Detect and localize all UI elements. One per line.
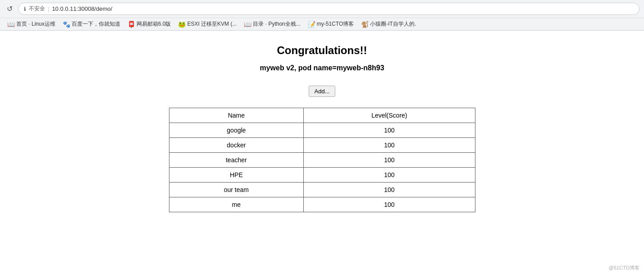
bookmark-item[interactable]: 📖目录 · Python全栈... [241, 19, 303, 29]
bookmark-icon: 📝 [308, 21, 315, 28]
nav-icons: ↺ [5, 4, 14, 14]
bookmark-icon: 📮 [128, 21, 135, 28]
bookmark-item[interactable]: 🐸ESXI 迁移至KVM (... [175, 19, 239, 29]
security-icon: ℹ [24, 6, 26, 12]
separator: | [48, 5, 49, 12]
table-cell-score: 100 [304, 183, 475, 197]
page-content: Congratulations!! myweb v2, pod name=myw… [0, 31, 644, 269]
bookmark-item[interactable]: 🐾百度一下，你就知道 [60, 19, 123, 29]
bookmark-icon: 🐾 [63, 21, 70, 28]
address-bar[interactable]: ℹ 不安全 | 10.0.0.11:30008/demo/ [18, 3, 639, 15]
browser-toolbar: ↺ ℹ 不安全 | 10.0.0.11:30008/demo/ [0, 0, 644, 18]
bookmark-label: 百度一下，你就知道 [72, 20, 120, 28]
table-cell-score: 100 [304, 123, 475, 138]
bookmark-icon: 🐸 [178, 21, 186, 28]
table-cell-name: teacher [169, 153, 304, 168]
table-header-row: Name Level(Score) [169, 108, 475, 123]
table-cell-score: 100 [304, 138, 475, 153]
table-row: our team100 [169, 183, 475, 197]
table-row: me100 [169, 197, 475, 212]
table-cell-name: google [169, 123, 304, 138]
url-text: 10.0.0.11:30008/demo/ [52, 5, 112, 12]
bookmarks-bar: 📖首页 · Linux运维🐾百度一下，你就知道📮网易邮箱6.0版🐸ESXI 迁移… [0, 18, 644, 30]
table-cell-score: 100 [304, 168, 475, 183]
bookmark-item[interactable]: 📮网易邮箱6.0版 [125, 19, 174, 29]
page-subtitle: myweb v2, pod name=myweb-n8h93 [260, 64, 384, 72]
col-score-header: Level(Score) [304, 108, 475, 123]
reload-button[interactable]: ↺ [5, 4, 14, 14]
page-title: Congratulations!! [277, 44, 367, 57]
bookmark-item[interactable]: 🐒小猿圈-IT自学人的. [358, 19, 419, 29]
table-cell-score: 100 [304, 197, 475, 212]
table-row: google100 [169, 123, 475, 138]
bookmark-item[interactable]: 📖首页 · Linux运维 [5, 19, 58, 29]
bookmark-icon: 📖 [7, 21, 15, 28]
table-cell-score: 100 [304, 153, 475, 168]
bookmark-icon: 📖 [244, 21, 251, 28]
bookmark-label: 目录 · Python全栈... [253, 20, 300, 28]
browser-chrome: ↺ ℹ 不安全 | 10.0.0.11:30008/demo/ 📖首页 · Li… [0, 0, 644, 31]
bookmark-label: 网易邮箱6.0版 [137, 20, 171, 28]
table-row: teacher100 [169, 153, 475, 168]
bookmark-icon: 🐒 [361, 21, 369, 28]
bookmark-item[interactable]: 📝my-51CTO博客 [305, 19, 356, 29]
bookmark-label: 首页 · Linux运维 [16, 20, 55, 28]
col-name-header: Name [169, 108, 304, 123]
bookmark-label: ESXI 迁移至KVM (... [187, 20, 237, 28]
security-text: 不安全 [29, 5, 45, 13]
bookmark-label: my-51CTO博客 [317, 20, 354, 28]
table-row: docker100 [169, 138, 475, 153]
table-cell-name: me [169, 197, 304, 212]
bookmark-label: 小猿圈-IT自学人的. [370, 20, 416, 28]
footer-watermark: @51CTO博客 [609, 265, 639, 269]
table-cell-name: our team [169, 183, 304, 197]
table-cell-name: docker [169, 138, 304, 153]
table-body: google100docker100teacher100HPE100our te… [169, 123, 475, 212]
table-cell-name: HPE [169, 168, 304, 183]
add-button[interactable]: Add... [309, 86, 336, 97]
data-table: Name Level(Score) google100docker100teac… [169, 108, 475, 212]
table-row: HPE100 [169, 168, 475, 183]
